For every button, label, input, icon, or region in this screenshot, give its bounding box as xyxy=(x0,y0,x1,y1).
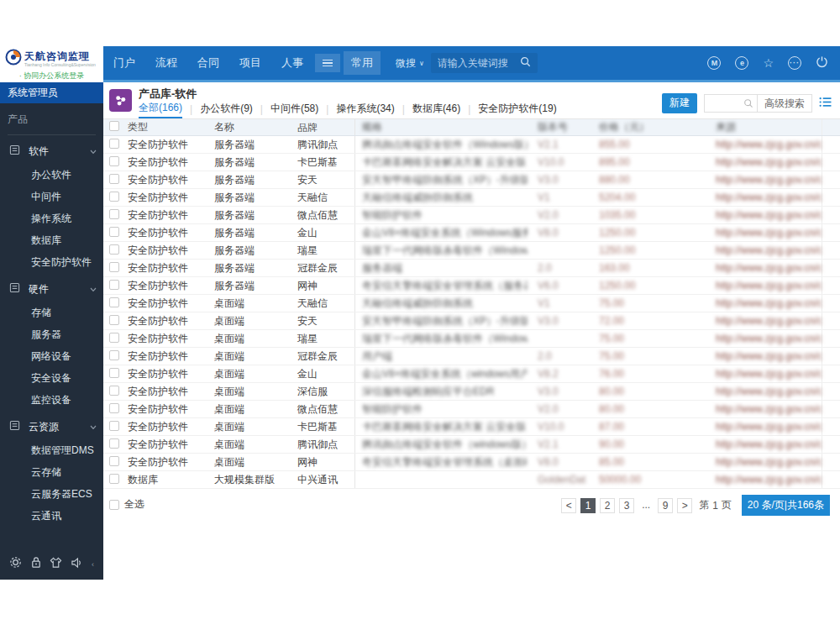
cell-source[interactable]: http://www.zjcg.gov.cn/cjgg/ xyxy=(712,456,822,468)
row-checkbox[interactable] xyxy=(109,297,119,307)
row-checkbox[interactable] xyxy=(109,315,119,325)
list-view-icon[interactable] xyxy=(819,96,832,111)
column-header-品牌[interactable]: 品牌 xyxy=(294,119,355,135)
cell-source[interactable]: http://www.zjcg.gov.cn/cjgg/ xyxy=(712,156,822,168)
cell-source[interactable]: http://www.zjcg.gov.cn/cjgg/ xyxy=(712,474,822,486)
cell-source[interactable]: http://www.zjcg.gov.cn/cjgg/ xyxy=(712,297,822,309)
table-row[interactable]: 安全防护软件服务器端微点佰慧智能防护软件V2.01035.00http://ww… xyxy=(103,207,840,224)
row-checkbox[interactable] xyxy=(109,156,119,166)
sidebar-item-办公软件[interactable]: 办公软件 xyxy=(0,164,103,186)
page-size-summary[interactable]: 20 条/页|共166条 xyxy=(742,495,830,516)
table-row[interactable]: 安全防护软件桌面端网神奇安信天擎终端安全管理系统（桌面端）V8.085.00ht… xyxy=(103,454,840,471)
favorite-star-icon[interactable]: ☆ xyxy=(763,57,774,69)
lock-icon[interactable] xyxy=(30,556,42,572)
sidebar-item-云服务器ECS[interactable]: 云服务器ECS xyxy=(0,483,103,505)
table-row[interactable]: 安全防护软件服务器端腾讯御点腾讯御点终端安全软件（Windows版）V2.185… xyxy=(103,136,840,154)
row-checkbox[interactable] xyxy=(109,174,119,184)
global-search[interactable] xyxy=(431,53,538,73)
advanced-search-button[interactable]: 高级搜索 xyxy=(757,95,811,112)
row-checkbox[interactable] xyxy=(109,350,119,360)
tab-中间件(58)[interactable]: 中间件(58) xyxy=(270,102,318,118)
row-checkbox[interactable] xyxy=(109,227,119,237)
tab-操作系统(34)[interactable]: 操作系统(34) xyxy=(336,102,394,118)
row-checkbox[interactable] xyxy=(109,456,119,466)
wesearch-dropdown[interactable]: 微搜 ∨ xyxy=(396,56,424,71)
row-checkbox[interactable] xyxy=(109,403,119,413)
pagination-next-button[interactable]: > xyxy=(677,498,692,513)
pagination-prev-button[interactable]: < xyxy=(561,498,576,513)
table-row[interactable]: 安全防护软件桌面端深信服深信服终端检测响应平台EDRV3.080.00http:… xyxy=(103,383,840,401)
table-row[interactable]: 安全防护软件服务器端天融信天融信终端威胁防御系统V15204.00http://… xyxy=(103,189,840,207)
cell-source[interactable]: http://www.zjcg.gov.cn/cjgg/ xyxy=(712,227,822,239)
table-row[interactable]: 安全防护软件服务器端冠群金辰服务器端2.0163.00http://www.zj… xyxy=(103,260,840,277)
cell-source[interactable]: http://www.zjcg.gov.cn/cjgg/ xyxy=(712,350,822,362)
table-row[interactable]: 安全防护软件桌面端天融信天融信终端威胁防御系统V175.00http://www… xyxy=(103,295,840,312)
pagination-page-1[interactable]: 1 xyxy=(580,498,596,513)
column-header-名称[interactable]: 名称 xyxy=(211,120,294,134)
column-header-规格[interactable]: 规格 xyxy=(355,120,528,134)
sidebar-item-存储[interactable]: 存储 xyxy=(0,302,103,323)
row-checkbox[interactable] xyxy=(109,421,119,431)
column-header-版本号[interactable]: 版本号 xyxy=(528,120,586,134)
global-search-input[interactable] xyxy=(438,57,515,69)
nav-menu-button[interactable] xyxy=(315,54,340,73)
row-checkbox[interactable] xyxy=(109,438,119,449)
page-jump-value[interactable]: 1 xyxy=(712,500,718,512)
cell-source[interactable]: http://www.zjcg.gov.cn/cjgg/ xyxy=(712,421,822,433)
pagination-page-9[interactable]: 9 xyxy=(658,498,673,513)
select-all-checkbox[interactable] xyxy=(109,500,119,510)
table-row[interactable]: 安全防护软件服务器端安天安天智甲终端防御系统（XP）-升级版V3.0880.00… xyxy=(103,171,840,189)
cell-source[interactable]: http://www.zjcg.gov.cn/cjgg/ xyxy=(712,386,822,397)
cell-source[interactable]: http://www.zjcg.gov.cn/cjgg/ xyxy=(712,174,822,186)
m-badge-icon[interactable]: M xyxy=(707,56,721,70)
row-checkbox[interactable] xyxy=(109,209,119,219)
nav-item-流程[interactable]: 流程 xyxy=(155,56,177,69)
message-icon[interactable]: e xyxy=(735,56,748,70)
sidebar-item-操作系统[interactable]: 操作系统 xyxy=(0,207,103,229)
row-checkbox[interactable] xyxy=(109,368,119,378)
collapse-chevron-icon[interactable]: ‹ xyxy=(92,560,94,569)
sound-speaker-icon[interactable] xyxy=(71,557,83,572)
tab-安全防护软件(19)[interactable]: 安全防护软件(19) xyxy=(478,102,556,118)
more-icon[interactable]: ··· xyxy=(788,56,801,70)
sidebar-item-监控设备[interactable]: 监控设备 xyxy=(0,389,103,411)
sidebar-item-数据管理DMS[interactable]: 数据管理DMS xyxy=(0,439,103,461)
sidebar-group-云资源[interactable]: 云资源 xyxy=(0,414,103,439)
theme-shirt-icon[interactable] xyxy=(50,557,62,572)
pagination-page-2[interactable]: 2 xyxy=(600,498,615,513)
cell-source[interactable]: http://www.zjcg.gov.cn/cjgg/ xyxy=(712,209,822,221)
cell-source[interactable]: http://www.zjcg.gov.cn/cjgg/ xyxy=(712,280,822,291)
new-button[interactable]: 新建 xyxy=(662,93,697,113)
sidebar-item-安全设备[interactable]: 安全设备 xyxy=(0,367,103,389)
sidebar-item-安全防护软件[interactable]: 安全防护软件 xyxy=(0,251,103,273)
sidebar-group-硬件[interactable]: 硬件 xyxy=(0,276,103,302)
sidebar-group-软件[interactable]: 软件 xyxy=(0,139,103,164)
sidebar-item-网络设备[interactable]: 网络设备 xyxy=(0,345,103,367)
table-row[interactable]: 安全防护软件桌面端瑞星瑞星下一代网络版杀毒软件（Windows桌面版）75.00… xyxy=(103,330,840,348)
table-row[interactable]: 数据库大规模集群版中兴通讯GoldenData s...50000.00http… xyxy=(103,471,840,489)
page-jump[interactable]: 第 1 页 xyxy=(699,498,732,512)
cell-source[interactable]: http://www.zjcg.gov.cn/cjgg/ xyxy=(712,438,822,450)
row-checkbox[interactable] xyxy=(109,386,119,396)
cell-source[interactable]: http://www.zjcg.gov.cn/cjgg/ xyxy=(712,368,822,380)
sidebar-item-数据库[interactable]: 数据库 xyxy=(0,229,103,251)
table-row[interactable]: 安全防护软件服务器端卡巴斯基卡巴斯基网络安全解决方案 云安全版（中国V10.08… xyxy=(103,154,840,171)
sidebar-item-中间件[interactable]: 中间件 xyxy=(0,186,103,207)
sidebar-item-服务器[interactable]: 服务器 xyxy=(0,323,103,345)
tab-数据库(46)[interactable]: 数据库(46) xyxy=(412,102,460,118)
search-icon[interactable] xyxy=(740,98,757,108)
nav-item-合同[interactable]: 合同 xyxy=(197,56,219,69)
table-row[interactable]: 安全防护软件桌面端金山金山V8+终端安全系统（windows用户版）V8.276… xyxy=(103,365,840,383)
cell-source[interactable]: http://www.zjcg.gov.cn/cjgg/ xyxy=(712,139,822,150)
cell-source[interactable]: http://www.zjcg.gov.cn/cjgg/ xyxy=(712,244,822,256)
power-icon[interactable] xyxy=(816,55,828,71)
cell-source[interactable]: http://www.zjcg.gov.cn/cjgg/ xyxy=(712,262,822,274)
cell-source[interactable]: http://www.zjcg.gov.cn/cjgg/ xyxy=(712,403,822,415)
cell-source[interactable]: http://www.zjcg.gov.cn/cjgg/ xyxy=(712,333,822,344)
table-row[interactable]: 安全防护软件桌面端卡巴斯基卡巴斯基网络安全解决方案 云安全版（中国） - V10… xyxy=(103,418,840,436)
tab-办公软件(9)[interactable]: 办公软件(9) xyxy=(200,102,253,118)
nav-item-active[interactable]: 常用 xyxy=(344,51,381,75)
column-header-类型[interactable]: 类型 xyxy=(124,120,211,134)
row-checkbox[interactable] xyxy=(109,333,119,343)
settings-gear-icon[interactable] xyxy=(9,556,22,572)
